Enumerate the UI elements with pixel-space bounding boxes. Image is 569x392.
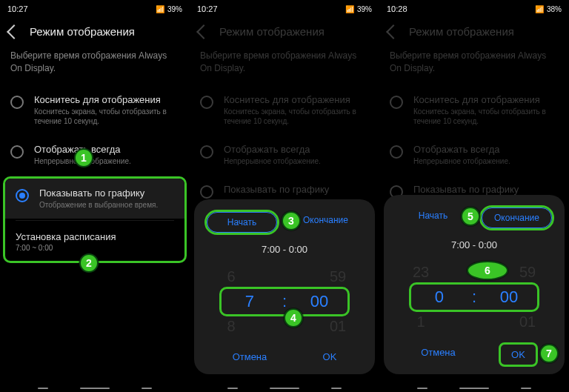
radio-icon	[200, 185, 213, 199]
page-title: Режим отображения	[219, 25, 325, 38]
picker-sep: :	[472, 288, 476, 307]
picker-prev-row: 2359 6	[394, 264, 554, 281]
option-tap[interactable]: Коснитесь для отображения Коснитесь экра…	[0, 85, 190, 135]
phone-1: 10:27 📶 39% Режим отображения Выберите в…	[0, 0, 190, 392]
annotation-badge-4: 4	[284, 308, 303, 328]
time-range-label: 7:00 - 0:00	[394, 239, 554, 250]
option-schedule[interactable]: Показывать по графику Отображение в выбр…	[5, 179, 184, 219]
tab-start[interactable]: Начать	[207, 212, 277, 233]
radio-icon	[390, 96, 403, 109]
status-icons: 📶 39%	[345, 5, 372, 13]
picker-prev-row: 659	[204, 268, 365, 285]
page-title: Режим отображения	[409, 25, 514, 38]
option-sub: Отображение в выбранное время.	[39, 200, 158, 210]
option-always: Отображать всегда Непрерывное отображени…	[379, 135, 569, 175]
annotation-badge-5: 5	[461, 207, 480, 226]
time-picker[interactable]: 0 : 00	[411, 285, 537, 310]
sheet-tabs: Начать Окончание 3	[204, 210, 365, 235]
header: Режим отображения	[379, 18, 569, 45]
sheet-buttons: Отмена OK 7	[394, 342, 554, 367]
option-sub: Коснитесь экрана, чтобы отобразить в теч…	[34, 107, 179, 126]
picker-minute[interactable]: 00	[488, 288, 530, 307]
status-bar: 10:28 📶 38%	[379, 0, 569, 18]
option-always: Отображать всегда Непрерывное отображени…	[190, 135, 379, 175]
tab-end[interactable]: Окончание	[482, 207, 552, 228]
picker-hour[interactable]: 7	[229, 292, 270, 311]
options-list: Коснитесь для отображения Коснитесь экра…	[0, 85, 190, 265]
picker-sep: :	[282, 292, 287, 311]
cancel-button[interactable]: Отмена	[410, 342, 466, 367]
status-time: 10:27	[7, 4, 28, 13]
time-picker-sheet: Начать Окончание 5 7:00 - 0:00 2359 6 0 …	[384, 195, 565, 374]
status-time: 10:27	[197, 4, 218, 13]
option-tap: Коснитесь для отображения Коснитесь экра…	[190, 85, 379, 135]
back-icon[interactable]	[196, 24, 211, 39]
radio-icon	[200, 96, 213, 109]
annotation-badge-2: 2	[79, 253, 99, 273]
radio-icon	[200, 145, 213, 159]
highlight-1: Показывать по графику Отображение в выбр…	[3, 176, 187, 263]
status-time: 10:28	[387, 4, 407, 13]
nav-bar	[379, 388, 569, 389]
time-range-label: 7:00 - 0:00	[204, 244, 365, 255]
annotation-badge-7: 7	[539, 344, 559, 363]
sheet-buttons: Отмена OK	[204, 347, 365, 367]
status-bar: 10:27 📶 39%	[0, 0, 190, 18]
schedule-value: 7:00 ~ 0:00	[16, 244, 174, 252]
option-tap: Коснитесь для отображения Коснитесь экра…	[379, 85, 569, 135]
picker-hour[interactable]: 0	[419, 288, 460, 307]
status-icons: 📶 39%	[156, 5, 182, 13]
picker-minute[interactable]: 00	[299, 292, 340, 311]
radio-icon[interactable]	[10, 96, 24, 109]
nav-bar	[0, 388, 190, 389]
time-picker[interactable]: 7 : 00	[222, 289, 347, 314]
back-icon[interactable]	[7, 24, 21, 39]
annotation-badge-3: 3	[282, 211, 301, 230]
schedule-title: Установка расписания	[16, 231, 174, 242]
option-title: Показывать по графику	[39, 187, 158, 199]
status-icons: 📶 38%	[535, 5, 562, 13]
option-title: Коснитесь для отображения	[34, 94, 179, 105]
radio-icon[interactable]	[10, 145, 24, 159]
radio-icon	[390, 145, 403, 159]
sheet-tabs: Начать Окончание 5	[394, 205, 554, 230]
annotation-badge-6: 6	[467, 261, 508, 280]
time-picker-sheet: Начать Окончание 3 7:00 - 0:00 659 7 : 0…	[194, 199, 375, 374]
page-title: Режим отображения	[30, 25, 135, 38]
page-subtitle: Выберите время отображения Always On Dis…	[379, 45, 569, 85]
picker-next-row: 101	[394, 313, 554, 330]
divider	[16, 220, 174, 221]
phone-2: 10:27 📶 39% Режим отображения Выберите в…	[190, 0, 379, 392]
options-list: Коснитесь для отображения Коснитесь экра…	[190, 85, 379, 207]
cancel-button[interactable]: Отмена	[222, 347, 278, 367]
ok-button[interactable]: OK	[313, 347, 347, 367]
back-icon[interactable]	[386, 24, 401, 39]
nav-bar	[190, 388, 379, 389]
header: Режим отображения	[0, 18, 190, 45]
header: Режим отображения	[190, 18, 379, 45]
options-list: Коснитесь для отображения Коснитесь экра…	[379, 85, 569, 207]
page-subtitle: Выберите время отображения Always On Dis…	[190, 45, 379, 85]
phone-3: 10:28 📶 38% Режим отображения Выберите в…	[379, 0, 569, 392]
status-bar: 10:27 📶 39%	[190, 0, 379, 18]
radio-icon-selected[interactable]	[16, 189, 29, 202]
ok-button[interactable]: OK	[501, 345, 536, 365]
annotation-badge-1: 1	[74, 148, 93, 167]
page-subtitle: Выберите время отображения Always On Dis…	[0, 45, 190, 85]
option-always[interactable]: Отображать всегда Непрерывное отображени…	[0, 135, 190, 175]
